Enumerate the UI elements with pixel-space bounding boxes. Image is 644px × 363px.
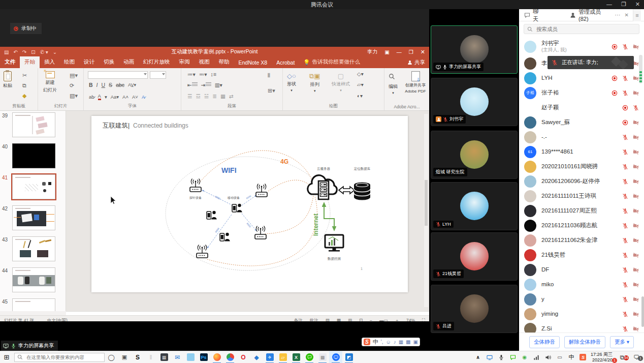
video-tile-1[interactable]: 李力的屏幕共享 [431,25,518,74]
taskbar-app-app-dark[interactable]: ▦ [157,351,171,363]
minimize-button[interactable]: — [604,0,614,9]
member-row[interactable]: 子裕张子裕 [519,85,644,100]
ribbon-tab-切换[interactable]: 切换 [99,56,119,68]
ribbon-options-icon[interactable]: ▣ [384,49,389,55]
mic-muted-icon[interactable] [622,326,628,332]
member-row[interactable]: LYH [519,71,644,85]
mic-muted-icon[interactable] [622,75,628,81]
reset-icon[interactable]: ⟳ [70,82,74,89]
ribbon-tab-开始[interactable]: 开始 [20,56,40,68]
video-tile-3[interactable]: 煊城 研究生院 [431,131,518,179]
camera-off-icon[interactable] [633,282,639,288]
camera-off-icon[interactable] [633,237,639,244]
mic-muted-icon[interactable] [622,164,628,170]
camera-off-icon[interactable] [633,193,639,199]
volume-tray-icon[interactable] [544,354,552,360]
ribbon-tab-绘图[interactable]: 绘图 [59,56,79,68]
member-search[interactable] [524,24,639,34]
taskbar-app-tim[interactable]: ✈ [263,351,276,363]
task-view-icon[interactable]: ▣ [118,351,131,363]
grow-font-button[interactable]: A˄ [122,94,128,100]
slide-41[interactable]: 互联建筑| Connected buildings [91,116,408,292]
taskbar-app-firefox[interactable] [210,351,223,363]
line-spacing-icon[interactable]: ↕≡ [211,71,216,77]
ime-toolbox-icon[interactable]: ▩ [406,339,410,345]
shape-effects-icon[interactable]: ◐▾ [357,93,363,99]
mic-muted-icon[interactable] [622,252,628,258]
taskbar-app-file-explorer[interactable]: ▱ [276,351,289,363]
taskbar-app-chrome[interactable] [223,351,237,363]
mute-all-button[interactable]: 全体静音 [529,336,560,348]
mic-muted-icon[interactable] [633,105,639,111]
camera-off-icon[interactable] [633,90,639,96]
sogou-input-toolbar[interactable]: S 中 ', ☺ ♪ ▦ ▩ ▣ [362,338,420,346]
unmute-all-button[interactable]: 解除全体静音 [564,336,605,348]
panel-close-button[interactable]: ✕ [625,12,629,18]
find-icon[interactable] [389,73,395,80]
mic-muted-icon[interactable] [622,237,628,244]
network-tray-icon[interactable] [532,354,540,360]
tab-manage-members[interactable]: 管理成员(82) [565,9,615,21]
shape-outline-icon[interactable]: ◇▾ [357,71,364,77]
quick-styles-button[interactable]: ▢ 快速样式▾ [332,72,350,93]
increase-indent-icon[interactable]: ⇥ [201,82,211,88]
close-button[interactable]: ✕ [633,0,642,9]
mic-muted-icon[interactable] [622,44,628,50]
camera-off-icon[interactable] [633,208,639,214]
member-row[interactable]: -.- [519,130,644,144]
align-left-icon[interactable]: ☰ [187,93,192,99]
taskbar-app-wechat[interactable] [303,351,316,363]
wechat-tray-icon[interactable] [509,354,517,360]
action-center-icon[interactable]: 🗨 1 [631,354,642,361]
member-row[interactable]: DF [519,262,644,277]
mic-muted-icon[interactable] [622,149,628,155]
camera-off-icon[interactable] [633,75,639,81]
start-button[interactable]: ⊞ [0,351,13,363]
sogou-logo-icon[interactable]: S [364,339,370,345]
strikethrough-button[interactable]: abc [116,82,124,88]
camera-off-icon[interactable] [633,296,639,302]
member-row[interactable]: 刘书宇(主持人, 我) [519,38,644,56]
camera-off-icon[interactable] [633,311,639,317]
taskbar-search-input[interactable] [25,354,102,360]
shapes-button[interactable]: ◇○ 形状▾ [287,72,296,93]
camera-off-icon[interactable] [633,267,639,273]
taskbar-app-screenshot-app[interactable]: ▩ [316,351,329,363]
create-pdf-button[interactable]: 创建并共享 Adobe PDF [403,71,428,94]
bullets-icon[interactable]: ≔▾ [187,71,196,77]
mic-muted-icon[interactable] [622,267,628,273]
camera-off-icon[interactable] [633,223,639,229]
clear-format-button[interactable]: ab̷ [89,94,94,100]
ime-mic-icon[interactable]: ♪ [394,339,396,345]
sogou-tray-icon[interactable]: S [579,354,587,360]
mic-muted-icon[interactable] [622,178,628,185]
ribbon-tab-插入[interactable]: 插入 [40,56,59,68]
ppt-minimize-button[interactable]: — [397,49,402,55]
slide-thumbnail-44[interactable]: 44 [0,266,66,297]
more-button[interactable]: 更多 ▾ [610,336,634,348]
member-search-input[interactable] [535,25,636,33]
taskbar-app-app-shield[interactable]: ◆ [250,351,263,363]
taskbar-clock[interactable]: 17:26 周三 2022/4/20 1 [591,352,614,362]
video-tile-6[interactable]: 吕进 [431,285,518,333]
font-size-combo[interactable] [150,71,166,79]
ime-emoji-icon[interactable]: ☺ [385,339,391,345]
mic-tray-icon[interactable] [497,354,505,360]
ribbon-tab-设计[interactable]: 设计 [79,56,99,68]
ime-mode-zh[interactable]: 中 [373,338,378,346]
taskbar-app-photoshop[interactable]: Ps [197,351,210,363]
member-row[interactable]: 202061206096-赵停停 [519,174,644,189]
slide-thumbnail-41[interactable]: 41 [0,173,66,204]
camera-off-icon[interactable] [633,149,639,155]
paste-button[interactable]: 粘贴 [3,71,12,89]
shape-fill-icon[interactable]: ▱▾ [357,82,364,87]
font-color-button[interactable]: A [98,93,101,100]
slide-thumbnail-40[interactable]: 40 [0,142,66,173]
decrease-indent-icon[interactable]: ⇤ [187,82,198,88]
columns-icon[interactable]: ▥▾ [215,82,222,88]
member-row[interactable]: Sawyer_蘇 [519,115,644,130]
video-tile-4[interactable]: LYH [431,182,518,230]
member-row[interactable]: 202161211036顾志航 [519,218,644,233]
taskbar-app-app-blue[interactable] [184,351,197,363]
member-row[interactable]: 202161111027周正熙 [519,203,644,218]
